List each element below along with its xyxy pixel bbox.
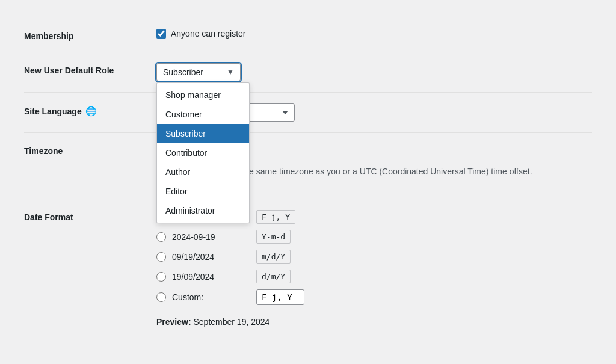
- date-format-code-4: d/m/Y: [256, 270, 291, 283]
- anyone-can-register-label: Anyone can register: [171, 29, 246, 39]
- role-selected-value: Subscriber: [163, 67, 203, 77]
- role-option-subscriber[interactable]: Subscriber: [157, 124, 249, 143]
- date-format-radio-4[interactable]: [156, 272, 166, 282]
- date-format-label-2: 2024-09-19: [172, 232, 250, 242]
- date-format-label-text: Date Format: [24, 212, 73, 222]
- timezone-row: Timezone Choose either a city in the sam…: [24, 133, 592, 199]
- date-option-3: 09/19/2024 m/d/Y: [156, 250, 592, 264]
- role-dropdown-menu: Shop manager Customer Subscriber Contrib…: [156, 82, 250, 223]
- date-format-row: Date Format September 19, 2024 F j, Y 20…: [24, 199, 592, 338]
- date-format-options: September 19, 2024 F j, Y 2024-09-19 Y-m…: [156, 210, 592, 327]
- role-option-author[interactable]: Author: [157, 162, 249, 182]
- date-format-custom-label: Custom:: [172, 292, 250, 302]
- membership-label-text: Membership: [24, 31, 73, 41]
- date-option-custom: Custom:: [156, 289, 592, 305]
- date-format-radio-custom[interactable]: [156, 292, 166, 302]
- timezone-label: Timezone: [24, 144, 156, 156]
- site-language-label-text: Site Language: [24, 106, 82, 116]
- date-option-2: 2024-09-19 Y-m-d: [156, 230, 592, 244]
- site-language-row: Site Language 🌐 English (United States): [24, 93, 592, 133]
- new-user-role-row: New User Default Role Subscriber ▼ Shop …: [24, 52, 592, 93]
- anyone-can-register-row: Anyone can register: [156, 29, 592, 39]
- role-option-editor[interactable]: Editor: [157, 182, 249, 201]
- date-format-label-4: 19/09/2024: [172, 272, 250, 282]
- timezone-label-text: Timezone: [24, 146, 63, 156]
- membership-label: Membership: [24, 29, 156, 41]
- date-format-control: September 19, 2024 F j, Y 2024-09-19 Y-m…: [156, 210, 592, 327]
- membership-control: Anyone can register: [156, 29, 592, 39]
- date-format-custom-input[interactable]: [256, 289, 304, 305]
- role-select-wrapper: Subscriber ▼ Shop manager Customer Subsc…: [156, 63, 241, 81]
- role-option-customer[interactable]: Customer: [157, 105, 249, 124]
- new-user-role-label: New User Default Role: [24, 63, 156, 75]
- date-format-radio-3[interactable]: [156, 252, 166, 262]
- date-format-preview: Preview: September 19, 2024: [156, 317, 592, 327]
- date-format-code-3: m/d/Y: [256, 250, 291, 264]
- site-language-label: Site Language 🌐: [24, 103, 156, 117]
- date-format-code-2: Y-m-d: [256, 230, 291, 244]
- date-format-code-1: F j, Y: [256, 210, 295, 224]
- role-option-administrator[interactable]: Administrator: [157, 201, 249, 220]
- chevron-down-icon: ▼: [227, 68, 234, 76]
- date-format-preview-value: September 19, 2024: [193, 317, 270, 327]
- role-select-display[interactable]: Subscriber ▼: [156, 63, 241, 81]
- date-format-label-3: 09/19/2024: [172, 252, 250, 262]
- date-format-preview-label: Preview:: [156, 317, 191, 327]
- new-user-role-label-text: New User Default Role: [24, 66, 114, 75]
- date-format-radio-2[interactable]: [156, 232, 166, 242]
- new-user-role-control: Subscriber ▼ Shop manager Customer Subsc…: [156, 63, 592, 81]
- membership-row: Membership Anyone can register: [24, 18, 592, 52]
- anyone-can-register-checkbox[interactable]: [156, 29, 166, 39]
- role-option-shop-manager[interactable]: Shop manager: [157, 85, 249, 105]
- role-option-contributor[interactable]: Contributor: [157, 143, 249, 162]
- translate-icon: 🌐: [85, 106, 97, 117]
- date-option-4: 19/09/2024 d/m/Y: [156, 270, 592, 283]
- date-format-label: Date Format: [24, 210, 156, 222]
